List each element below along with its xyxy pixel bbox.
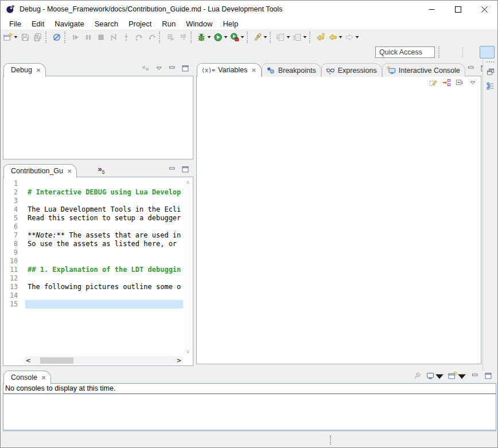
resume-button[interactable] bbox=[69, 30, 82, 44]
step-into-button[interactable] bbox=[120, 30, 133, 44]
window-close-icon[interactable] bbox=[471, 1, 497, 18]
run-button[interactable] bbox=[212, 30, 229, 44]
last-edit-location-icon bbox=[316, 33, 325, 42]
step-over-button[interactable] bbox=[133, 30, 145, 44]
debug-perspective-button[interactable] bbox=[480, 46, 495, 59]
trim-drag-handle[interactable] bbox=[487, 61, 495, 63]
menu-window[interactable]: Window bbox=[181, 18, 217, 29]
menu-edit[interactable]: Edit bbox=[26, 18, 49, 29]
line-number: 11 bbox=[3, 266, 23, 274]
use-step-filters-button[interactable] bbox=[164, 30, 177, 44]
dropdown-arrow-icon[interactable] bbox=[435, 372, 444, 381]
tab-debug[interactable]: Debug ✕ bbox=[3, 63, 46, 77]
view-menu-button[interactable] bbox=[153, 64, 165, 74]
last-edit-location-button[interactable] bbox=[314, 30, 327, 44]
close-icon[interactable]: ✕ bbox=[41, 375, 46, 381]
scroll-left-icon[interactable]: < bbox=[24, 357, 32, 364]
scrollbar-thumb[interactable] bbox=[40, 357, 73, 364]
suspend-button[interactable] bbox=[82, 30, 95, 44]
editor-area: Contribution_Gu ✕ »5 1234567891011121314… bbox=[3, 163, 193, 366]
debug-button[interactable] bbox=[196, 30, 212, 44]
scroll-down-icon[interactable]: ∨ bbox=[186, 348, 190, 354]
maximize-button[interactable] bbox=[180, 165, 191, 175]
external-tools-button[interactable] bbox=[229, 30, 246, 44]
tab-editor-contribution-guide[interactable]: Contribution_Gu ✕ bbox=[3, 164, 77, 178]
window-minimize-icon[interactable] bbox=[418, 1, 445, 18]
hidden-editors-chevron[interactable]: »5 bbox=[98, 165, 104, 175]
view-menu-button[interactable] bbox=[467, 78, 478, 88]
dropdown-arrow-icon[interactable] bbox=[303, 36, 307, 38]
tab-breakpoints[interactable]: Breakpoints bbox=[262, 63, 321, 77]
minimize-button[interactable] bbox=[465, 64, 477, 74]
show-logical-structure-button[interactable] bbox=[441, 78, 452, 88]
quick-access-input[interactable]: Quick Access bbox=[375, 46, 435, 58]
minimize-button[interactable] bbox=[469, 371, 481, 381]
dropdown-arrow-icon[interactable] bbox=[14, 36, 18, 38]
perspective-bar bbox=[446, 46, 495, 59]
restore-view-button[interactable] bbox=[485, 67, 496, 77]
open-console-button[interactable] bbox=[447, 371, 468, 381]
tab-console[interactable]: Console ✕ bbox=[3, 371, 51, 384]
search-button[interactable] bbox=[252, 30, 269, 44]
status-drag-handle[interactable] bbox=[330, 435, 332, 445]
save-all-button[interactable] bbox=[32, 30, 44, 44]
minimize-button[interactable] bbox=[166, 64, 178, 74]
next-annotation-button[interactable] bbox=[275, 30, 291, 44]
pin-console-button[interactable] bbox=[411, 371, 423, 381]
tab-expressions[interactable]: Expressions bbox=[321, 63, 382, 77]
maximize-button[interactable] bbox=[180, 64, 191, 74]
external-tools-icon bbox=[230, 33, 239, 42]
step-return-button[interactable] bbox=[145, 30, 158, 44]
code-line: Read this section to setup a debugger bbox=[25, 214, 183, 223]
save-button[interactable] bbox=[19, 30, 32, 44]
tab-interactive-console[interactable]: Interactive Console bbox=[382, 63, 465, 77]
editor-horizontal-scrollbar[interactable]: < > bbox=[24, 356, 183, 365]
code-line bbox=[25, 274, 183, 283]
tab-label: Variables bbox=[218, 66, 247, 74]
remove-all-terminated-button[interactable] bbox=[140, 64, 151, 74]
outline-view-button[interactable] bbox=[485, 81, 496, 92]
editor-vertical-scrollbar[interactable]: ∧ ∨ bbox=[184, 178, 192, 356]
dropdown-arrow-icon[interactable] bbox=[207, 36, 211, 38]
line-number: 15 bbox=[3, 300, 23, 309]
disconnect-button[interactable] bbox=[107, 30, 120, 44]
menu-help[interactable]: Help bbox=[217, 18, 243, 29]
close-icon[interactable]: ✕ bbox=[67, 168, 72, 174]
skip-all-breakpoints-button[interactable] bbox=[50, 30, 63, 44]
menu-search[interactable]: Search bbox=[90, 18, 123, 29]
menu-run[interactable]: Run bbox=[157, 18, 181, 29]
new-wizard-button[interactable] bbox=[2, 30, 19, 44]
scroll-up-icon[interactable]: ∧ bbox=[186, 179, 190, 185]
terminate-button[interactable] bbox=[95, 30, 107, 44]
tab-variables[interactable]: (x)=Variables✕ bbox=[197, 63, 262, 77]
code-area[interactable]: # Interactive DEBUG using Lua DevelopThe… bbox=[25, 177, 183, 356]
debug-icon bbox=[197, 33, 206, 42]
drop-to-frame-button[interactable] bbox=[177, 30, 189, 44]
menu-bar: FileEditNavigateSearchProjectRunWindowHe… bbox=[1, 18, 497, 29]
minimize-button[interactable] bbox=[166, 165, 178, 175]
collapse-all-button[interactable] bbox=[454, 78, 465, 88]
window-maximize-icon[interactable] bbox=[445, 1, 471, 18]
show-type-names-button[interactable] bbox=[427, 78, 439, 88]
menu-project[interactable]: Project bbox=[123, 18, 157, 29]
menu-navigate[interactable]: Navigate bbox=[49, 18, 89, 29]
dropdown-arrow-icon[interactable] bbox=[240, 36, 244, 38]
dropdown-arrow-icon[interactable] bbox=[224, 36, 228, 38]
forward-button[interactable] bbox=[344, 30, 360, 44]
dropdown-arrow-icon[interactable] bbox=[339, 36, 343, 38]
close-icon[interactable]: ✕ bbox=[251, 67, 256, 73]
back-button[interactable] bbox=[327, 30, 344, 44]
dropdown-arrow-icon[interactable] bbox=[457, 372, 466, 381]
close-icon[interactable]: ✕ bbox=[36, 67, 41, 73]
dropdown-arrow-icon[interactable] bbox=[286, 36, 290, 38]
previous-annotation-button[interactable] bbox=[291, 30, 308, 44]
dropdown-arrow-icon[interactable] bbox=[263, 36, 267, 38]
maximize-button[interactable] bbox=[483, 371, 494, 381]
open-perspective-button[interactable] bbox=[446, 46, 461, 59]
dropdown-arrow-icon[interactable] bbox=[355, 36, 359, 38]
lua-perspective-button[interactable] bbox=[465, 46, 480, 59]
display-console-button[interactable] bbox=[425, 371, 445, 381]
editor-content[interactable]: 123456789101112131415 # Interactive DEBU… bbox=[3, 177, 193, 366]
menu-file[interactable]: File bbox=[4, 18, 26, 29]
scroll-right-icon[interactable]: > bbox=[175, 357, 183, 364]
